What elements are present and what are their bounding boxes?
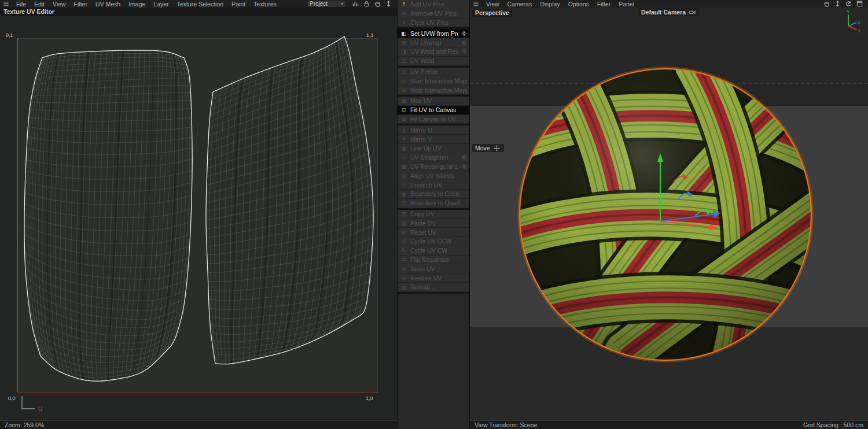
command-fit-uv-to-canvas[interactable]: ⊡Fit UV to Canvas [398, 106, 469, 115]
half-square-icon: ◧ [400, 31, 407, 36]
command-remove-uv-pins: ⊖Remove UV Pins [398, 9, 469, 19]
menu-item-display[interactable]: Display [536, 1, 564, 8]
command-reset-uv: ⊠Reset UV [398, 228, 469, 237]
clear-icon: × [400, 20, 407, 25]
uv-axis-gizmo: U [16, 394, 51, 413]
viewport-statusbar: View Transform: Scene Grid Spacing : 500… [470, 420, 868, 429]
command-label: UV Unwrap [410, 39, 442, 46]
axis-z-label: Z [858, 20, 860, 25]
uv-corner-00: 0,0 [8, 395, 16, 401]
menu-item-paint[interactable]: Paint [227, 1, 249, 8]
max-icon: ⊞ [400, 98, 407, 104]
command-uv-peeler: ◳UV Peeler [398, 68, 469, 77]
bodypaint-uv-workspace: FileEditViewFilterUV MeshImageLayerTextu… [0, 0, 868, 429]
command-boundary-to-circle: ◉Boundary to Circle [398, 190, 469, 199]
command-start-interactive-mapping: ▷Start Interactive Mapping [398, 76, 469, 86]
woven-ball-model[interactable] [470, 8, 868, 420]
command-label: Remap... [410, 283, 435, 290]
weld-icon: ◫ [400, 58, 407, 64]
unwrap-icon: ▤ [400, 40, 407, 46]
menu-item-filter[interactable]: Filter [70, 1, 91, 8]
hand-icon[interactable] [823, 1, 830, 8]
viewport-3d[interactable]: Perspective Default Camera Move Y Z X [470, 8, 868, 420]
menu-item-textures[interactable]: Textures [249, 1, 281, 8]
pin-remove-icon: ⊖ [400, 10, 407, 16]
gear-icon[interactable] [461, 154, 467, 160]
command-paste-uv: ▤Paste UV [398, 219, 469, 228]
viewport-panel: ViewCamerasDisplayOptionsFilterPanel Per… [470, 0, 868, 429]
gear-icon[interactable] [461, 164, 467, 169]
command-label: Align UV Islands [410, 172, 455, 179]
ccw-icon: ↺ [400, 239, 407, 245]
menu-item-texture-selection[interactable]: Texture Selection [173, 1, 228, 8]
play-icon: ▷ [400, 78, 407, 84]
view-mode-label: Perspective [472, 9, 512, 17]
uv-menus: FileEditViewFilterUV MeshImageLayerTextu… [12, 1, 281, 8]
command-label: Stop Interactive Mapping [410, 87, 467, 94]
command-label: Cycle UV CCW [410, 238, 452, 245]
remap-icon: ▨ [400, 284, 407, 290]
uv-corner-01: 0,1 [6, 32, 13, 38]
uv-corner-11: 1,1 [366, 32, 374, 38]
hand-icon[interactable] [374, 1, 381, 8]
menu-item-edit[interactable]: Edit [30, 1, 49, 8]
command-label: UV Rectangularize [410, 163, 458, 170]
uv-canvas-area: 0,1 1,1 0,0 1,0 U [0, 16, 397, 420]
command-group-4: ∥Mirror U≡Mirror V▣Line Up UV▭UV Straigh… [398, 125, 469, 209]
lock-icon[interactable] [363, 1, 370, 8]
command-label: Flip Sequence [410, 256, 449, 263]
command-label: Cycle UV CW [410, 247, 447, 254]
view-transform-readout: View Transform: Scene [475, 421, 537, 428]
uv-editor-title: Texture UV Editor [3, 8, 54, 15]
menu-item-uv-mesh[interactable]: UV Mesh [91, 1, 124, 8]
project-dropdown-label: Project [310, 1, 328, 7]
command-group-1: ◧Set UVW from Projection▤UV Unwrap◨UV We… [398, 29, 469, 67]
command-set-uvw-from-projection[interactable]: ◧Set UVW from Projection [398, 29, 469, 38]
axis-x-label: X [858, 28, 861, 34]
restore-icon: ⊖ [400, 275, 407, 281]
uv-canvas[interactable] [17, 38, 378, 393]
unstitch-icon: ▯ [400, 182, 407, 188]
command-uv-weld: ◫UV Weld [398, 57, 469, 66]
command-stop-interactive-mapping: ⊘Stop Interactive Mapping [398, 86, 469, 95]
viewport-menu-hamburger-icon[interactable] [473, 1, 480, 7]
command-mirror-u: ∥Mirror U [398, 125, 469, 135]
menu-item-file[interactable]: File [12, 1, 30, 8]
menu-item-filter[interactable]: Filter [593, 1, 615, 8]
maximize-panel-icon[interactable] [856, 1, 863, 8]
rotate-view-icon[interactable] [845, 1, 852, 8]
command-uv-weld-and-relax: ◨UV Weld and Relax [398, 47, 469, 57]
menu-item-cameras[interactable]: Cameras [503, 1, 536, 8]
command-label: Boundary to Circle [410, 190, 460, 197]
menu-item-options[interactable]: Options [564, 1, 593, 8]
command-max-uv: ⊞Max UV [398, 97, 469, 106]
command-label: Max UV [410, 97, 432, 104]
gear-icon[interactable] [461, 31, 467, 36]
menu-item-view[interactable]: View [482, 1, 503, 8]
move-tool-label: Move [472, 144, 504, 152]
arrow-updown-icon[interactable] [385, 1, 392, 8]
histogram-icon[interactable] [352, 1, 359, 8]
command-flip-sequence: ⇄Flip Sequence [398, 256, 469, 265]
camera-label[interactable]: Default Camera [638, 8, 700, 16]
command-cycle-uv-cw: ↻Cycle UV CW [398, 246, 469, 256]
command-label: Fit Canvas to UV [410, 116, 456, 123]
command-remap: ▨Remap... [398, 283, 469, 292]
menu-item-layer[interactable]: Layer [149, 1, 172, 8]
cw-icon: ↻ [400, 247, 407, 253]
uv-editor-titlebar: Texture UV Editor [0, 8, 397, 16]
command-label: Mirror U [410, 127, 432, 134]
gear-icon[interactable] [461, 49, 467, 54]
menu-hamburger-icon[interactable] [3, 1, 10, 7]
menu-item-image[interactable]: Image [124, 1, 149, 8]
menu-item-view[interactable]: View [49, 1, 70, 8]
arrow-updown-icon[interactable] [834, 1, 841, 8]
orientation-axis-gizmo[interactable]: Y Z X [839, 9, 865, 34]
project-dropdown[interactable]: Project ▾ [307, 0, 346, 8]
command-label: Set UVW from Projection [410, 30, 458, 37]
paste-icon: ▤ [400, 220, 407, 226]
command-restore-uv: ⊖Restore UV [398, 273, 469, 283]
fit-canvas-icon: ⊡ [400, 107, 407, 113]
gear-icon[interactable] [461, 40, 467, 46]
menu-item-panel[interactable]: Panel [615, 1, 638, 8]
